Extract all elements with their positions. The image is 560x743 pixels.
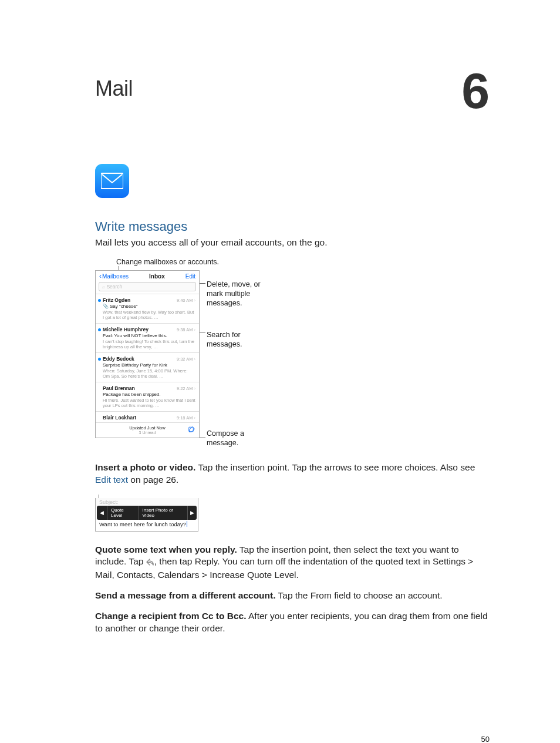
- inbox-figure: Change mailboxes or accounts. Delete, mo…: [95, 257, 389, 451]
- inbox-title: Inbox: [149, 273, 165, 280]
- back-mailboxes-button[interactable]: ‹Mailboxes: [99, 273, 129, 280]
- edit-menu-figure: Subject: ◀ Quote Level Insert Photo or V…: [95, 495, 201, 532]
- callout-edit: Delete, move, or mark multiple messages.: [207, 280, 277, 308]
- insert-photo-video-button[interactable]: Insert Photo or Video: [139, 506, 187, 520]
- subject-field-label: Subject:: [96, 498, 198, 506]
- callout-search: Search for messages.: [207, 330, 265, 349]
- reply-icon: [146, 557, 154, 569]
- message-row[interactable]: Eddy Bedock9:32 AM Surprise Birthday Par…: [96, 352, 199, 382]
- footer-unread: 3 Unread: [139, 431, 156, 435]
- callout-compose: Compose a message.: [207, 429, 265, 448]
- section-title: Write messages: [95, 219, 490, 234]
- compose-button[interactable]: [188, 425, 195, 435]
- menu-left-arrow[interactable]: ◀: [97, 506, 107, 520]
- menu-right-arrow[interactable]: ▶: [187, 506, 197, 520]
- inbox-screenshot: ‹Mailboxes Inbox Edit ⌕ Search Fritz Ogd…: [95, 270, 200, 438]
- section-intro: Mail lets you access all of your email a…: [95, 237, 490, 249]
- edit-text-link[interactable]: Edit text: [95, 475, 128, 485]
- different-account-paragraph: Send a message from a different account.…: [95, 590, 490, 602]
- footer-updated: Updated Just Now: [129, 425, 165, 431]
- chapter-number: 6: [461, 70, 490, 111]
- cc-bcc-paragraph: Change a recipient from Cc to Bcc. After…: [95, 610, 490, 635]
- callout-change-mailbox: Change mailboxes or accounts.: [116, 257, 219, 267]
- text-cursor: [187, 521, 187, 527]
- quote-text-paragraph: Quote some text when you reply. Tap the …: [95, 544, 490, 582]
- search-input[interactable]: ⌕ Search: [99, 282, 196, 291]
- chapter-title: Mail: [95, 76, 133, 101]
- page-number: 50: [95, 735, 490, 743]
- message-row[interactable]: Michelle Humphrey9:38 AM Fwd: You will N…: [96, 323, 199, 352]
- compose-body-text[interactable]: Want to meet here for lunch today?: [96, 520, 198, 531]
- message-row[interactable]: Fritz Ogden9:40 AM 📎Say "cheese" Wow, th…: [96, 294, 199, 323]
- edit-button[interactable]: Edit: [185, 273, 195, 280]
- text-edit-menu: ◀ Quote Level Insert Photo or Video ▶: [97, 506, 197, 520]
- insert-photo-paragraph: Insert a photo or video. Tap the inserti…: [95, 462, 490, 486]
- attachment-icon: 📎: [103, 304, 109, 309]
- message-row[interactable]: Blair Lockhart9:18 AM: [96, 411, 199, 422]
- quote-level-button[interactable]: Quote Level: [107, 506, 139, 520]
- mail-app-icon: [95, 164, 129, 198]
- message-row[interactable]: Paul Brennan9:22 AM Package has been shi…: [96, 382, 199, 411]
